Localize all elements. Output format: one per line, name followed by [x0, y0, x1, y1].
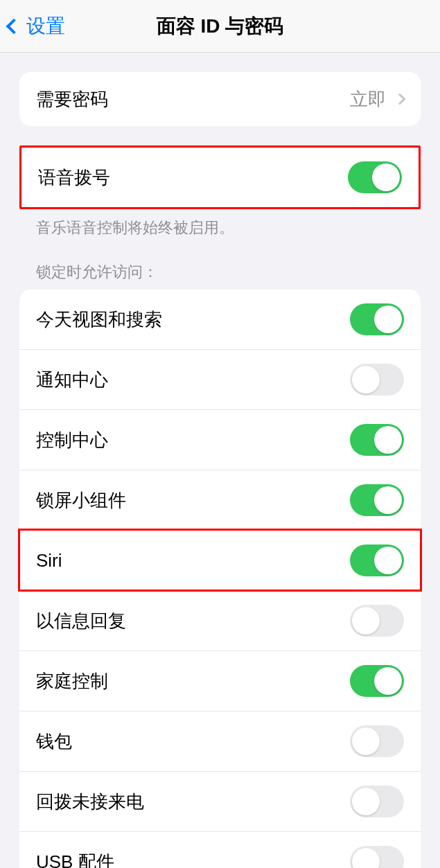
locked-access-toggle[interactable]: [350, 665, 404, 697]
locked-access-toggle[interactable]: [350, 725, 404, 757]
locked-access-label: Siri: [36, 550, 62, 572]
locked-access-header: 锁定时允许访问：: [19, 238, 421, 290]
locked-access-group: 今天视图和搜索通知中心控制中心锁屏小组件Siri以信息回复家庭控制钱包回拨未接来…: [19, 290, 421, 868]
locked-access-label: USB 配件: [36, 850, 114, 869]
passcode-group: 需要密码 立即: [19, 72, 421, 126]
locked-access-row: 家庭控制: [19, 650, 421, 711]
locked-access-row: 控制中心: [19, 409, 421, 470]
locked-access-label: 回拨未接来电: [36, 790, 144, 814]
voice-dial-group: 语音拨号: [21, 148, 419, 207]
page-title: 面容 ID 与密码: [157, 13, 284, 39]
locked-access-label: 钱包: [36, 729, 72, 754]
voice-dial-label: 语音拨号: [38, 166, 110, 190]
locked-access-row: 回拨未接来电: [19, 771, 421, 831]
voice-dial-row: 语音拨号: [21, 148, 419, 207]
locked-access-row: USB 配件: [19, 831, 421, 868]
require-passcode-value: 立即: [350, 87, 404, 112]
locked-access-toggle[interactable]: [350, 424, 404, 456]
locked-access-toggle[interactable]: [350, 544, 404, 576]
locked-access-toggle[interactable]: [350, 846, 404, 868]
highlight-voice-dial: 语音拨号: [19, 145, 421, 209]
locked-access-row: 锁屏小组件: [19, 470, 421, 530]
chevron-right-icon: [394, 94, 406, 105]
locked-access-row: 以信息回复: [19, 590, 421, 650]
voice-dial-footer: 音乐语音控制将始终被启用。: [19, 209, 421, 238]
locked-access-label: 家庭控制: [36, 669, 108, 693]
back-label: 设置: [26, 13, 65, 39]
locked-access-toggle[interactable]: [350, 364, 404, 396]
back-button[interactable]: 设置: [0, 13, 65, 39]
locked-access-label: 通知中心: [36, 368, 108, 392]
locked-access-label: 控制中心: [36, 428, 108, 452]
locked-access-row: Siri: [19, 530, 421, 590]
locked-access-label: 今天视图和搜索: [36, 308, 162, 332]
require-passcode-row[interactable]: 需要密码 立即: [19, 72, 421, 126]
locked-access-row: 钱包: [19, 711, 421, 771]
locked-access-toggle[interactable]: [350, 484, 404, 516]
locked-access-row: 通知中心: [19, 349, 421, 409]
nav-header: 设置 面容 ID 与密码: [0, 0, 440, 53]
locked-access-toggle[interactable]: [350, 605, 404, 637]
locked-access-toggle[interactable]: [350, 303, 404, 335]
locked-access-label: 以信息回复: [36, 609, 126, 633]
voice-dial-toggle[interactable]: [348, 161, 402, 193]
locked-access-row: 今天视图和搜索: [19, 290, 421, 349]
chevron-left-icon: [6, 18, 22, 34]
locked-access-toggle[interactable]: [350, 786, 404, 817]
locked-access-label: 锁屏小组件: [36, 488, 126, 513]
require-passcode-label: 需要密码: [36, 87, 108, 112]
